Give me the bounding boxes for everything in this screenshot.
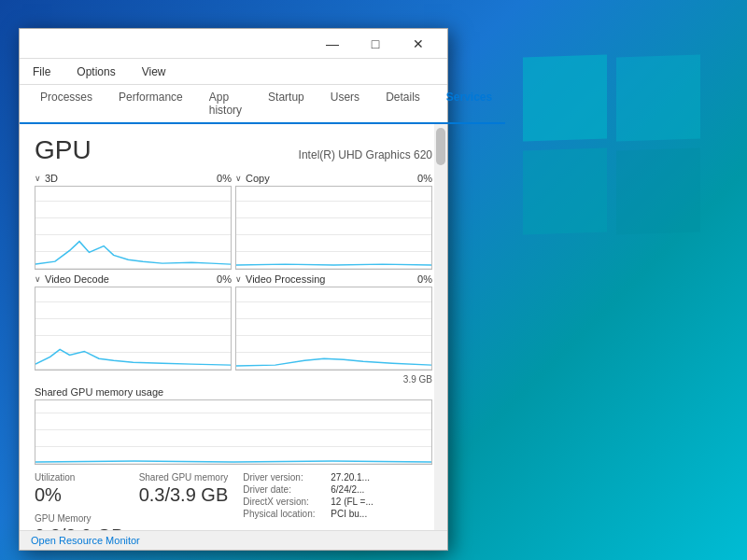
- chevron-video-decode-icon: ∨: [35, 274, 41, 284]
- graph-video-decode: ∨ Video Decode 0%: [35, 273, 232, 371]
- graphs-grid: ∨ 3D 0% ∨ Copy: [35, 173, 432, 371]
- tab-users[interactable]: Users: [317, 85, 373, 124]
- tab-details[interactable]: Details: [373, 85, 433, 124]
- graph-copy: ∨ Copy 0%: [235, 173, 432, 270]
- close-button[interactable]: ✕: [397, 29, 440, 59]
- tab-startup[interactable]: Startup: [255, 85, 317, 124]
- info-directx: DirectX version: 12 (FL =...: [243, 497, 432, 507]
- stat-shared-memory: Shared GPU memory 0.3/3.9 GB: [139, 472, 229, 530]
- scrollbar-thumb[interactable]: [436, 128, 445, 165]
- graph-3d-percent: 0%: [217, 173, 232, 184]
- menu-file[interactable]: File: [27, 62, 56, 82]
- graph-3d-box: [35, 186, 232, 270]
- driver-version-label: Driver version:: [243, 472, 327, 483]
- graph-memory-box: [35, 399, 432, 465]
- gpu-memory-value: 0.3/3.9 GB: [35, 525, 124, 530]
- tabs-bar: Processes Performance App history Startu…: [20, 85, 447, 124]
- graph-copy-percent: 0%: [417, 173, 432, 184]
- graph-copy-box: [235, 186, 432, 270]
- graph-video-decode-name: Video Decode: [45, 273, 109, 285]
- graph-video-processing: ∨ Video Processing 0%: [235, 273, 432, 371]
- graph-3d: ∨ 3D 0%: [35, 173, 232, 270]
- win-tile-1: [523, 54, 607, 141]
- tab-processes[interactable]: Processes: [27, 85, 106, 124]
- graph-video-processing-label: ∨ Video Processing 0%: [235, 273, 432, 285]
- graph-3d-name: 3D: [45, 173, 58, 184]
- minimize-button[interactable]: —: [311, 29, 354, 59]
- win-tile-2: [616, 54, 700, 141]
- win-tile-4: [616, 147, 700, 234]
- title-bar-buttons: — □ ✕: [311, 29, 440, 59]
- graph-memory-name: Shared GPU memory usage: [35, 386, 163, 398]
- stat-utilization: Utilization 0% GPU Memory 0.3/3.9 GB: [35, 472, 124, 530]
- menu-bar: File Options View: [20, 59, 447, 85]
- utilization-value: 0%: [35, 484, 124, 506]
- shared-memory-label: Shared GPU memory: [139, 472, 229, 483]
- gpu-header: GPU Intel(R) UHD Graphics 620: [35, 135, 432, 165]
- info-driver-version: Driver version: 27.20.1...: [243, 472, 432, 483]
- graph-copy-label: ∨ Copy 0%: [235, 173, 432, 184]
- graph-video-decode-percent: 0%: [217, 273, 232, 285]
- graph-shared-memory: 3.9 GB Shared GPU memory usage: [35, 374, 432, 465]
- open-resource-monitor[interactable]: Open Resource Monitor: [20, 530, 447, 550]
- utilization-label: Utilization: [35, 472, 124, 483]
- graph-copy-name: Copy: [246, 173, 270, 184]
- menu-view[interactable]: View: [136, 62, 172, 82]
- graph-video-processing-percent: 0%: [417, 273, 432, 285]
- info-section: Driver version: 27.20.1... Driver date: …: [243, 472, 432, 530]
- task-manager-window: — □ ✕ File Options View Processes Perfor…: [19, 28, 448, 551]
- menu-options[interactable]: Options: [71, 62, 120, 82]
- graph-memory-label: Shared GPU memory usage: [35, 386, 432, 398]
- content-area: GPU Intel(R) UHD Graphics 620 ∨ 3D 0%: [20, 124, 447, 530]
- chevron-video-processing-icon: ∨: [235, 274, 242, 284]
- info-physical: Physical location: PCI bu...: [243, 509, 432, 519]
- gpu-model: Intel(R) UHD Graphics 620: [299, 148, 432, 161]
- title-bar: — □ ✕: [20, 29, 447, 59]
- physical-label: Physical location:: [243, 509, 327, 519]
- scrollbar[interactable]: [434, 124, 447, 530]
- gpu-memory-label: GPU Memory: [35, 513, 124, 524]
- graph-video-decode-box: [35, 287, 232, 371]
- memory-max-label: 3.9 GB: [35, 374, 432, 385]
- stats-section: Utilization 0% GPU Memory 0.3/3.9 GB Sha…: [35, 472, 432, 530]
- shared-memory-value: 0.3/3.9 GB: [139, 484, 229, 506]
- gpu-title: GPU: [35, 135, 92, 165]
- tab-services[interactable]: Services: [433, 85, 505, 124]
- desktop-windows-logo: [514, 56, 700, 383]
- directx-value: 12 (FL =...: [331, 497, 373, 507]
- tab-app-history[interactable]: App history: [196, 85, 255, 124]
- directx-label: DirectX version:: [243, 497, 327, 507]
- graph-3d-label: ∨ 3D 0%: [35, 173, 232, 184]
- driver-date-value: 6/24/2...: [331, 484, 364, 495]
- tab-performance[interactable]: Performance: [106, 85, 196, 124]
- info-driver-date: Driver date: 6/24/2...: [243, 484, 432, 495]
- physical-value: PCI bu...: [331, 509, 367, 519]
- driver-version-value: 27.20.1...: [331, 472, 370, 483]
- graph-video-processing-name: Video Processing: [246, 273, 325, 285]
- graph-video-processing-box: [235, 287, 432, 371]
- chevron-3d-icon: ∨: [35, 174, 41, 183]
- chevron-copy-icon: ∨: [235, 174, 242, 183]
- win-tile-3: [523, 147, 607, 234]
- maximize-button[interactable]: □: [354, 29, 397, 59]
- graph-video-decode-label: ∨ Video Decode 0%: [35, 273, 232, 285]
- driver-date-label: Driver date:: [243, 484, 327, 495]
